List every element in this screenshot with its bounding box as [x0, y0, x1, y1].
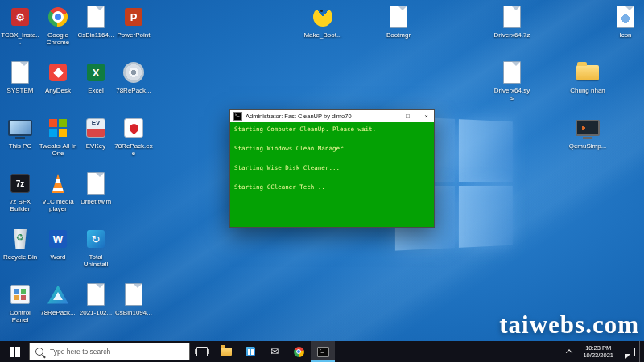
cpanel-icon: [6, 281, 34, 308]
desktop-icon-bootmgr[interactable]: Bootmgr: [379, 3, 418, 39]
desktop-icon-label: VLC media player: [39, 198, 77, 212]
taskbar: ✉ 10:23 PM 10/23/2021: [0, 341, 644, 362]
desktop-icon-vlc-media-player[interactable]: VLC media player: [39, 170, 77, 212]
cmd-icon: [317, 347, 329, 357]
maximize-button[interactable]: □: [400, 110, 415, 122]
console-line: Starting Wise Disk Cleaner...: [234, 163, 430, 173]
taskbar-store-button[interactable]: [238, 341, 262, 362]
desktop-icon-recycle-bin[interactable]: Recycle Bin: [1, 225, 39, 261]
desktop-icon-chung-nhan[interactable]: Chung nhan: [568, 59, 607, 94]
taskbar-mail-button[interactable]: ✉: [262, 341, 287, 362]
desktop-icon-2021-102[interactable]: 2021-102...: [76, 281, 115, 316]
taskbar-clock[interactable]: 10:23 PM 10/23/2021: [576, 344, 620, 359]
desktop-icon-control-panel[interactable]: Control Panel: [1, 281, 39, 323]
desktop-icon-tcbx-insta[interactable]: TCBX_Insta...: [1, 3, 39, 46]
desktop-icon-label: EVKey: [86, 142, 105, 150]
desktop-icon-label: Driverx64.7z: [494, 31, 530, 39]
desktop-icon-driverx64-sys[interactable]: Driverx64.sys: [493, 59, 531, 101]
desktop-icon-label: Bootmgr: [386, 31, 411, 39]
chevron-up-icon[interactable]: [562, 341, 576, 362]
file-icon: [6, 59, 34, 86]
desktop-icon-word[interactable]: Word: [39, 225, 77, 261]
close-button[interactable]: ×: [419, 110, 434, 122]
file-icon: [385, 3, 412, 31]
desktop-icon-csbin1164[interactable]: CsBin1164...: [76, 3, 115, 39]
file-explorer-icon: [221, 348, 232, 356]
taskbar-task-view-button[interactable]: [190, 341, 214, 362]
desktop-icon-label: Chung nhan: [570, 87, 605, 94]
desktop-icon-system[interactable]: SYSTEM: [1, 59, 39, 94]
desktop-icon-78repack-exe[interactable]: 78RePack.exe: [114, 114, 153, 157]
taskbar-search[interactable]: [29, 343, 190, 360]
search-icon: [35, 348, 43, 356]
console-output: Starting Computer CleanUp. Please wait. …: [230, 122, 434, 227]
taskbar-cmd-button[interactable]: [311, 341, 335, 362]
bin-icon: [6, 225, 34, 253]
desktop-icon-label: CsBin1094...: [115, 309, 152, 316]
desktop-icon-evkey[interactable]: EVKey: [76, 114, 115, 150]
desktop-icon-powerpoint[interactable]: PowerPoint: [114, 3, 153, 39]
desktop-icon-this-pc[interactable]: This PC: [1, 114, 39, 150]
console-titlebar[interactable]: Administrator: Fast CleanUP by dimo70 – …: [230, 110, 434, 122]
console-window[interactable]: Administrator: Fast CleanUP by dimo70 – …: [229, 109, 435, 228]
taskbar-file-explorer-button[interactable]: [214, 341, 238, 362]
file-icon: [498, 3, 526, 31]
anydesk-icon: [44, 59, 72, 86]
desktop-icon-icon[interactable]: Icon: [606, 3, 644, 39]
desktop-icon-78repack[interactable]: 78RePack...: [39, 281, 77, 316]
tools-icon: [6, 3, 34, 31]
desktop-icon-label: Total Uninstall: [76, 253, 115, 268]
desktop-icon-78repack[interactable]: 78RePack...: [114, 59, 153, 94]
action-center-button[interactable]: [620, 341, 639, 362]
system-tray: 10:23 PM 10/23/2021: [562, 341, 644, 362]
desktop-icon-excel[interactable]: Excel: [76, 59, 115, 94]
desktop-icon-label: AnyDesk: [45, 87, 71, 94]
desktop-icon-label: 78RePack...: [116, 87, 151, 94]
desktop-icon-tweaks-all-in-one[interactable]: Tweaks All In One: [39, 114, 77, 157]
console-line: Starting CCleaner Tech...: [234, 183, 430, 192]
show-desktop-button[interactable]: [639, 341, 644, 362]
file-icon: [120, 281, 147, 308]
start-button[interactable]: [0, 341, 29, 362]
desktop-icon-label: DrbetItwim: [80, 198, 111, 205]
chrome-icon: [294, 347, 304, 357]
console-line: Starting Windows Clean Manager...: [234, 144, 430, 154]
file-icon: [498, 59, 526, 86]
file-icon: [82, 170, 109, 197]
console-line: [234, 154, 430, 163]
cmd-icon: [233, 112, 242, 121]
desktop-icon-label: TCBX_Insta...: [1, 31, 39, 46]
desktop-icon-anydesk[interactable]: AnyDesk: [39, 59, 77, 94]
7z-icon: [6, 170, 34, 197]
desktop-icon-make-boot[interactable]: Make_Boot...: [303, 3, 342, 39]
desktop-icon-label: QemuSimp...: [569, 142, 607, 150]
action-center-icon: [625, 348, 635, 356]
console-line: Starting Computer CleanUp. Please wait.: [234, 125, 430, 134]
clock-date: 10/23/2021: [583, 352, 613, 359]
desktop-icon-drbetitwim[interactable]: DrbetItwim: [76, 170, 115, 205]
desktop-icon-csbin1094[interactable]: CsBin1094...: [114, 281, 153, 316]
windows-start-icon: [10, 347, 20, 357]
desktop-icon-google-chrome[interactable]: Google Chrome: [39, 3, 77, 46]
taskbar-chrome-button[interactable]: [287, 341, 311, 362]
ppt-icon: [120, 3, 147, 31]
desktop-icon-total-uninstall[interactable]: Total Uninstall: [76, 225, 115, 268]
desktop-icon-label: CsBin1164...: [77, 31, 114, 39]
word-icon: [44, 225, 72, 253]
search-input[interactable]: [48, 347, 184, 356]
monitor-icon: [6, 114, 34, 142]
desktop-icon-label: Word: [51, 253, 66, 261]
desktop-icon-qemusimp[interactable]: QemuSimp...: [568, 114, 607, 150]
win4-icon: [44, 114, 72, 142]
folder-icon: [574, 59, 601, 86]
task-view-icon: [196, 347, 208, 356]
evkey-icon: [82, 114, 109, 142]
desktop-icon-label: Make_Boot...: [303, 31, 341, 39]
excel-icon: [82, 59, 109, 86]
file-art-icon: [612, 3, 639, 31]
minimize-button[interactable]: –: [382, 110, 397, 122]
desktop-icon-7z-sfx-builder[interactable]: 7z SFX Builder: [1, 170, 39, 212]
desktop-icon-label: This PC: [9, 142, 31, 150]
desktop-icon-driverx64-7z[interactable]: Driverx64.7z: [493, 3, 531, 39]
file-icon: [82, 281, 109, 308]
